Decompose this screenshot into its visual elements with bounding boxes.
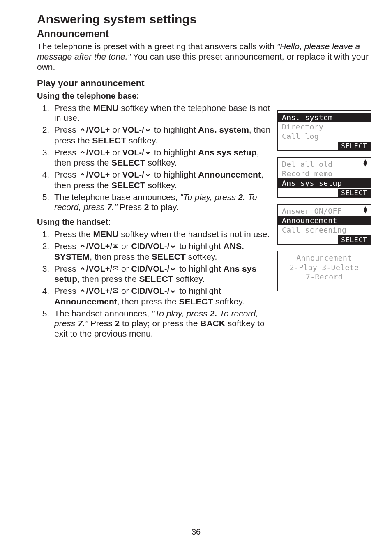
lcd-screen-1: ▲▼ Ans. system Directory Call log SELECT [277,110,371,151]
handset-steps: Press the MENU softkey when the handset … [37,229,272,339]
section-heading: Announcement [37,28,371,39]
t: The telephone base announces, [54,192,180,202]
announcement-label: Announcement [198,170,261,179]
t: to highlight [177,241,223,251]
t: , then press the [90,252,152,261]
down-arrow-icon [144,170,152,180]
menu-key: MENU [93,229,119,239]
up-arrow-icon [79,264,86,274]
t: softkey. [173,274,205,284]
lcd-line-selected: Announcement [278,216,371,225]
t: Press [54,241,79,251]
back-key: BACK [200,318,225,328]
base-steps: Press the MENU softkey when the telephon… [37,103,272,213]
vol-up: /VOL+/ [86,286,113,295]
down-arrow-icon [144,125,152,136]
lcd-line: Announcement [278,253,371,263]
lcd-line: 7-Record [278,272,371,281]
t: Press [117,202,144,212]
down-arrow-icon [144,148,152,158]
cid-vol-dn: CID/VOL-/ [131,242,169,251]
page-number: 36 [0,527,392,537]
t: , then press the [117,297,179,306]
select-key: SELECT [139,274,173,284]
cid-vol-dn: CID/VOL-/ [131,286,169,295]
hs-step-5: The handset announces, "To play, press 2… [52,309,272,339]
key-2: 2 [115,318,120,328]
lcd-line-selected: Ans. system [278,113,371,122]
t: Press the [54,103,93,113]
t: softkey. [126,136,158,145]
t: Press [54,264,79,273]
key-2: 2 [144,202,149,212]
cid-vol-dn: CID/VOL-/ [131,264,169,273]
scroll-arrows-icon: ▲▼ [363,113,367,119]
base-step-5: The telephone base announces, "To play, … [52,192,272,213]
ans-sys-setup-label: Ans sys setup [198,148,256,157]
lcd-line: Call log [278,131,371,141]
base-step-4: Press /VOL+ or VOL-/ to highlight Announ… [52,170,272,191]
t: softkey. [145,158,177,167]
base-step-2: Press /VOL+ or VOL-/ to highlight Ans. s… [52,125,272,146]
vol-dn: VOL-/ [122,170,144,179]
t: or [119,264,131,273]
key-7: 7 [78,318,83,328]
lcd-line-selected: Ans sys setup [278,178,371,188]
menu-key: MENU [93,103,119,113]
t: to highlight [152,148,198,157]
key-7: 7 [107,202,112,212]
t: Press [54,125,79,134]
up-arrow-icon [79,242,86,252]
hs-step-2: Press /VOL+/ or CID/VOL-/ to highlight A… [52,241,272,262]
envelope-icon [112,242,119,250]
hs-step-3: Press /VOL+/ or CID/VOL-/ to highlight A… [52,264,272,285]
t: Press [54,286,79,295]
announcement-label: Announcement [54,297,117,306]
up-arrow-icon [79,286,86,297]
lcd-screen-3: ▲▼ Answer ON/OFF Announcement Call scree… [277,204,371,245]
t: , then press the [77,274,139,284]
lcd-softkey: SELECT [338,189,371,197]
t: or [119,286,131,295]
base-step-3: Press /VOL+ or VOL-/ to highlight Ans sy… [52,148,272,168]
lcd-screen-4: Announcement 2-Play 3-Delete 7-Record [277,251,371,291]
up-arrow-icon [79,170,86,180]
using-base-heading: Using the telephone base: [37,91,272,101]
lcd-line: Del all old [278,159,371,169]
vol-dn: VOL-/ [122,148,144,157]
t: Press [54,148,79,157]
t: ." [112,202,117,212]
vol-up: /VOL+ [86,148,110,157]
envelope-icon [112,286,119,295]
lcd-softkey: SELECT [338,142,371,150]
key-2: 2. [210,309,217,318]
hs-step-1: Press the MENU softkey when the handset … [52,229,272,240]
subheading-play-announcement: Play your announcement [37,78,371,89]
t: Press [54,170,79,179]
select-key: SELECT [92,136,126,145]
up-arrow-icon [79,125,86,136]
key-2: 2. [238,192,246,202]
envelope-icon [112,264,119,273]
lcd-line: Record memo [278,169,371,178]
lcd-line: Directory [278,122,371,131]
t: to play. [149,202,178,212]
down-arrow-icon [169,286,177,297]
scroll-arrows-icon: ▲▼ [363,159,367,166]
t: to highlight [177,264,223,273]
t: to play; or press the [120,318,200,328]
t: "To play, press [180,192,238,202]
t: softkey. [145,180,177,190]
select-key: SELECT [111,180,145,190]
t: The handset announces, [54,309,152,318]
lcd-line: Call screening [278,225,371,235]
lcd-softkey: SELECT [338,235,371,244]
base-step-1: Press the MENU softkey when the telephon… [52,103,272,124]
using-handset-heading: Using the handset: [37,217,272,227]
t: to highlight [152,170,198,179]
t: Press the [54,229,93,239]
t: or [110,125,122,134]
intro-paragraph: The telephone is preset with a greeting … [37,41,371,72]
vol-dn: VOL-/ [122,125,144,134]
lcd-screen-2: ▲▼ Del all old Record memo Ans sys setup… [277,157,371,198]
